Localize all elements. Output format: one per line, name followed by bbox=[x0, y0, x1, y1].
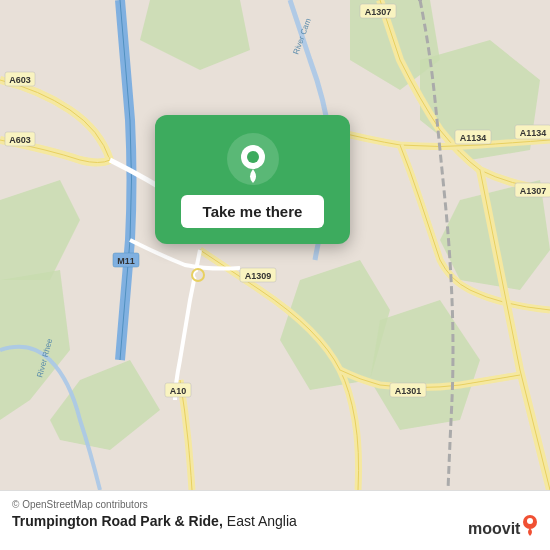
location-pin-icon bbox=[227, 133, 279, 185]
svg-text:A1309: A1309 bbox=[245, 271, 272, 281]
svg-point-41 bbox=[527, 518, 533, 524]
svg-text:A1307: A1307 bbox=[365, 7, 392, 17]
location-name: Trumpington Road Park & Ride, bbox=[12, 513, 223, 529]
bottom-bar: © OpenStreetMap contributors Trumpington… bbox=[0, 490, 550, 550]
map-container: A603 A603 M11 A1307 A1134 A1134 A1307 A1… bbox=[0, 0, 550, 490]
svg-text:A10: A10 bbox=[170, 386, 187, 396]
action-card: Take me there bbox=[155, 115, 350, 244]
svg-text:A603: A603 bbox=[9, 75, 31, 85]
svg-text:A603: A603 bbox=[9, 135, 31, 145]
svg-text:A1134: A1134 bbox=[520, 128, 547, 138]
svg-text:A1134: A1134 bbox=[460, 133, 487, 143]
svg-text:A1307: A1307 bbox=[520, 186, 547, 196]
svg-text:moovit: moovit bbox=[468, 520, 521, 537]
svg-text:A1301: A1301 bbox=[395, 386, 422, 396]
osm-attribution: © OpenStreetMap contributors bbox=[12, 499, 148, 510]
take-me-there-button[interactable]: Take me there bbox=[181, 195, 325, 228]
location-region: East Anglia bbox=[227, 513, 297, 529]
svg-point-38 bbox=[247, 151, 259, 163]
moovit-logo: moovit bbox=[468, 514, 538, 542]
svg-point-34 bbox=[195, 272, 201, 278]
svg-text:M11: M11 bbox=[117, 256, 135, 266]
